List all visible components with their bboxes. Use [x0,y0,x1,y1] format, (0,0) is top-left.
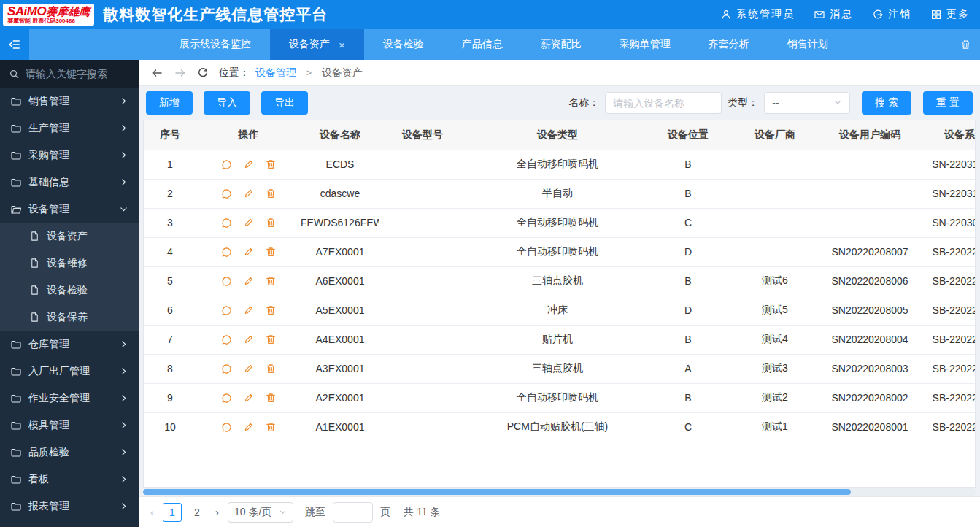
detail-icon[interactable] [220,188,233,200]
注销-button[interactable]: 注销 [872,8,911,21]
sidebar-item-仓库管理[interactable]: 仓库管理 [0,331,139,358]
operations-cell [196,266,301,296]
edit-icon[interactable] [243,334,255,345]
更多-button[interactable]: 更多 [930,8,970,21]
delete-icon[interactable] [265,217,277,228]
delete-icon[interactable] [265,334,277,345]
detail-icon[interactable] [220,334,233,346]
detail-icon[interactable] [220,217,233,229]
cell-system_code: SB-220228000004 [917,354,976,383]
sidebar-item-采购管理[interactable]: 采购管理 [0,142,139,169]
cell-location: B [649,325,727,354]
device-name-input[interactable] [605,92,722,114]
edit-icon[interactable] [243,246,255,258]
tab-展示线设备监控[interactable]: 展示线设备监控 [161,29,270,60]
sidebar-item-销售管理[interactable]: 销售管理 [0,88,139,115]
delete-icon[interactable] [265,421,277,433]
breadcrumb-parent-link[interactable]: 设备管理 [255,66,296,80]
tab-采购单管理[interactable]: 采购单管理 [601,29,690,60]
back-arrow-icon[interactable] [150,67,163,79]
sidebar-item-模具管理[interactable]: 模具管理 [0,412,139,439]
edit-icon[interactable] [243,421,255,433]
delete-icon[interactable] [265,246,277,258]
sidebar-search-input[interactable] [26,68,128,80]
scrollbar-thumb[interactable] [143,489,851,495]
column-header-操作: 操作 [196,120,301,150]
系统管理员-button[interactable]: 系统管理员 [720,8,795,21]
delete-icon[interactable] [265,188,277,199]
folder-icon [10,150,22,161]
sidebar-item-基础信息[interactable]: 基础信息 [0,169,139,196]
detail-icon[interactable] [220,158,233,171]
page-number-1[interactable]: 1 [163,503,182,522]
detail-icon[interactable] [220,421,233,434]
tab-产品信息[interactable]: 产品信息 [443,29,522,60]
cell-system_code: SB-220228000002 [917,412,976,442]
detail-icon[interactable] [220,392,233,404]
sidebar-subitem-设备维修[interactable]: 设备维修 [0,250,139,277]
device-type-select[interactable]: -- [764,92,850,114]
cell-name: A5EX0001 [301,296,379,325]
edit-icon[interactable] [243,275,255,287]
sidebar-subitem-设备检验[interactable]: 设备检验 [0,277,139,304]
folder-icon [10,393,22,404]
sidebar-item-报表管理[interactable]: 报表管理 [0,493,139,520]
refresh-icon[interactable] [197,67,209,79]
tab-齐套分析[interactable]: 齐套分析 [690,29,768,60]
forward-arrow-icon[interactable] [174,67,187,79]
detail-icon[interactable] [220,363,233,375]
search-button[interactable]: 搜 索 [862,91,911,115]
消息-button[interactable]: 消息 [814,8,853,21]
page-number-2[interactable]: 2 [188,503,207,522]
sidebar-item-看板[interactable]: 看板 [0,466,139,493]
page-size-select[interactable]: 10 条/页 [228,502,293,523]
edit-icon[interactable] [243,188,255,199]
detail-icon[interactable] [220,275,233,288]
edit-icon[interactable] [243,158,255,170]
tab-销售计划[interactable]: 销售计划 [768,29,847,60]
delete-icon[interactable] [265,363,277,374]
edit-icon[interactable] [243,392,255,404]
cell-seq: 5 [144,266,196,296]
import-button[interactable]: 导入 [204,91,250,115]
add-button[interactable]: 新增 [146,91,193,115]
sidebar-item-入厂出厂管理[interactable]: 入厂出厂管理 [0,358,139,385]
detail-icon[interactable] [220,304,233,317]
column-header-设备类型: 设备类型 [466,120,649,150]
folder-icon [10,339,22,350]
close-tab-icon[interactable]: × [339,39,345,51]
folder-open-icon [10,204,22,215]
sidebar-subitem-设备资产[interactable]: 设备资产 [0,223,139,250]
device-table-panel: 序号操作设备名称设备型号设备类型设备位置设备厂商设备用户编码设备系统编码 1EC… [143,120,976,488]
cell-name: A3EX0001 [301,354,379,383]
detail-icon[interactable] [220,246,233,258]
sidebar-collapse-button[interactable] [0,29,29,60]
cell-type: PCM自动贴胶机(三轴) [466,412,649,442]
edit-icon[interactable] [243,363,255,374]
edit-icon[interactable] [243,217,255,228]
column-header-序号: 序号 [144,120,196,150]
prev-page-icon[interactable]: ‹ [149,506,155,518]
next-page-icon[interactable]: › [214,506,220,518]
delete-icon[interactable] [265,392,277,404]
sidebar-item-生产管理[interactable]: 生产管理 [0,115,139,142]
clear-tabs-icon[interactable] [952,29,980,60]
sidebar-item-作业安全管理[interactable]: 作业安全管理 [0,385,139,412]
delete-icon[interactable] [265,304,277,316]
table-row: 4A7EX0001全自动移印喷码机DSN20220208007SB-220228… [144,237,976,266]
edit-icon[interactable] [243,304,255,316]
file-icon [29,285,40,296]
delete-icon[interactable] [265,158,277,170]
jump-page-input[interactable] [333,502,373,523]
export-button[interactable]: 导出 [261,91,308,115]
tab-薪资配比[interactable]: 薪资配比 [522,29,601,60]
tab-设备检验[interactable]: 设备检验 [364,29,443,60]
delete-icon[interactable] [265,275,277,287]
folder-icon [10,474,22,485]
sidebar-item-设备管理[interactable]: 设备管理 [0,196,139,223]
sidebar-item-品质检验[interactable]: 品质检验 [0,439,139,466]
folder-icon [10,177,22,188]
reset-button[interactable]: 重 置 [923,91,973,115]
sidebar-subitem-设备保养[interactable]: 设备保养 [0,304,139,331]
tab-设备资产[interactable]: 设备资产× [270,29,364,60]
